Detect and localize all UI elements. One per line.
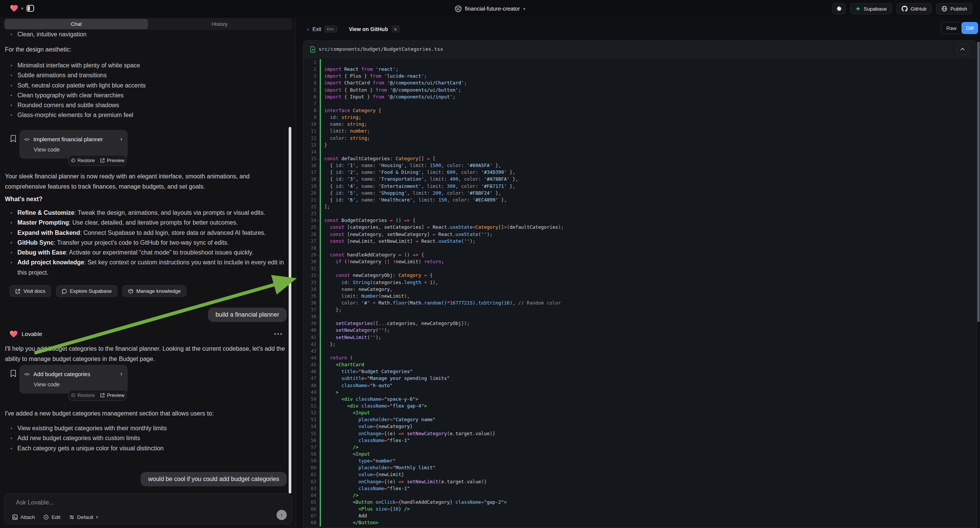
line-number: 48 — [304, 382, 316, 389]
line-number: 47 — [304, 375, 316, 382]
edit-button[interactable]: Edit — [43, 514, 60, 520]
diff-added-gutter — [320, 499, 321, 506]
diff-added-gutter — [320, 313, 321, 320]
mode-select[interactable]: Default ▾ — [69, 514, 98, 520]
collapse-file-button[interactable] — [957, 44, 968, 55]
restore-icon — [71, 393, 76, 398]
bookmark-icon[interactable] — [10, 135, 18, 142]
bullet-item: Add new budget categories with custom li… — [5, 433, 167, 443]
bullet-dot — [11, 252, 12, 253]
fold-spacer — [316, 183, 320, 190]
line-number: 28 — [304, 245, 316, 251]
view-code-link[interactable]: View code — [34, 146, 128, 153]
code-line: 38 — [304, 313, 977, 320]
code-text: className="h-auto" — [324, 382, 393, 389]
explore-supabase-button[interactable]: Explore Supabase — [56, 285, 118, 297]
code-text: const [newLimit, setNewLimit] = React.us… — [324, 238, 476, 245]
bullet-dot — [11, 232, 12, 234]
supabase-button[interactable]: Supabase — [850, 3, 892, 14]
code-line: 58 <Input — [304, 451, 977, 458]
assistant-paragraph: I've added a new budget categories manag… — [5, 408, 288, 418]
fold-spacer — [316, 80, 320, 86]
github-button[interactable]: GitHub — [896, 3, 932, 14]
code-scrollbar[interactable] — [977, 42, 980, 322]
tab-chat[interactable]: Chat — [5, 19, 148, 29]
version-actions: Restore Preview — [68, 155, 127, 166]
code-text: import React from 'react'; — [324, 66, 399, 73]
fold-spacer — [316, 224, 320, 231]
line-number: 11 — [304, 128, 316, 134]
code-text: title="Budget Categories" — [324, 368, 412, 375]
visit-docs-button[interactable]: Visit docs — [10, 285, 51, 297]
send-button[interactable]: ↑ — [277, 510, 287, 520]
code-text: Add — [324, 512, 367, 519]
view-code-link[interactable]: View code — [34, 381, 128, 388]
view-on-github-link[interactable]: View on GitHub — [349, 26, 388, 32]
globe-icon — [941, 6, 947, 12]
manage-knowledge-button[interactable]: Manage knowledge — [123, 285, 186, 297]
sidebar-toggle-icon[interactable] — [27, 5, 34, 12]
code-line: 64 /> — [304, 492, 977, 499]
line-number: 66 — [304, 506, 316, 512]
code-text: value={newCategory} — [324, 423, 412, 430]
version-card-implement-financial-planner[interactable]: <> Implement financial planner › View co… — [19, 130, 128, 159]
fold-toggle-icon[interactable]: ⌄ — [316, 107, 320, 114]
line-number: 23 — [304, 210, 316, 217]
line-number: 63 — [304, 485, 316, 492]
preview-button[interactable]: Preview — [100, 393, 124, 398]
restore-button[interactable]: Restore — [71, 393, 95, 398]
raw-toggle-button[interactable]: Raw — [941, 22, 962, 34]
lovable-logo-icon[interactable] — [10, 5, 18, 12]
composer-placeholder[interactable]: Ask Lovable... — [16, 499, 54, 506]
publish-button[interactable]: Publish — [936, 3, 972, 14]
code-text: color: string; — [324, 135, 370, 142]
chat-composer[interactable]: Ask Lovable... Attach Edit Default ▾ ↑ — [4, 493, 292, 524]
assistant-name: Lovable — [22, 331, 274, 337]
code-text: id: string; — [324, 114, 361, 121]
attach-button[interactable]: Attach — [12, 514, 35, 520]
fold-toggle-icon[interactable]: ⌄ — [316, 155, 320, 162]
line-number: 20 — [304, 190, 316, 197]
code-line: 7 — [304, 100, 977, 107]
fold-toggle-icon[interactable]: ⌄ — [316, 251, 320, 258]
whats-next-heading: What's next? — [5, 196, 43, 203]
chevron-down-icon[interactable]: ▾ — [21, 6, 24, 11]
line-number: 30 — [304, 258, 316, 265]
fold-spacer — [316, 231, 320, 238]
line-number: 9 — [304, 114, 316, 121]
code-line: 35 limit: Number(newLimit), — [304, 293, 977, 300]
line-number: 4 — [304, 80, 316, 86]
code-editor[interactable]: 12import React from 'react';3import { Pl… — [304, 57, 977, 526]
project-selector[interactable]: financial-future-creator ▾ — [455, 0, 525, 17]
fold-toggle-icon[interactable]: ⌄ — [316, 272, 320, 279]
diff-added-gutter — [320, 430, 321, 437]
file-header[interactable]: src/components/budget/BudgetCategories.t… — [304, 41, 977, 57]
preview-button[interactable]: Preview — [100, 157, 124, 163]
settings-button[interactable] — [832, 3, 846, 14]
chevron-right-icon[interactable]: › — [121, 371, 123, 377]
diff-toggle-button[interactable]: Diff — [961, 22, 978, 34]
code-line: 34 name: newCategory, — [304, 286, 977, 293]
diff-added-gutter — [320, 121, 321, 128]
line-number: 33 — [304, 279, 316, 286]
supabase-icon — [855, 6, 861, 12]
chevron-right-icon[interactable]: › — [121, 135, 123, 142]
assistant-paragraph: I'll help you add budget categories to t… — [5, 344, 288, 364]
line-number: 42 — [304, 341, 316, 348]
code-text: import { Input } from '@/components/ui/i… — [324, 94, 455, 100]
tab-history[interactable]: History — [148, 19, 292, 29]
line-number: 14 — [304, 148, 316, 155]
exit-button[interactable]: Exit — [312, 26, 321, 32]
more-menu-icon[interactable]: ••• — [274, 330, 283, 338]
chat-scrollbar[interactable] — [289, 127, 291, 493]
diff-added-gutter — [320, 519, 321, 526]
fold-spacer — [316, 100, 320, 107]
restore-button[interactable]: Restore — [71, 157, 95, 163]
fold-spacer — [316, 361, 320, 368]
supabase-label: Supabase — [864, 6, 887, 12]
version-card-add-budget-categories[interactable]: <> Add budget categories › View code — [19, 365, 128, 394]
bookmark-icon[interactable] — [10, 370, 18, 377]
bullet-dot — [11, 222, 12, 223]
fold-toggle-icon[interactable]: ⌄ — [316, 217, 320, 224]
line-number: 38 — [304, 313, 316, 320]
